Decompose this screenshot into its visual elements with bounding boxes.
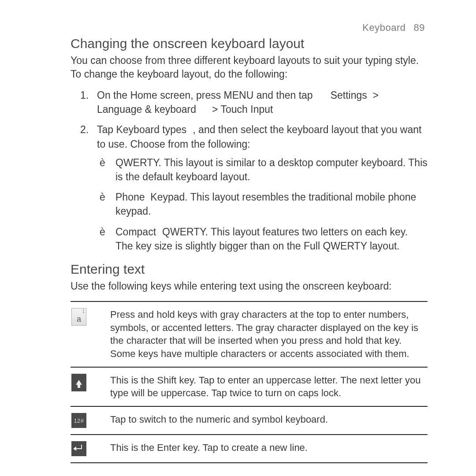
table-row: This is the Shift key. Tap to enter an u… (71, 368, 428, 407)
manual-page: Keyboard89 Changing the onscreen keyboar… (0, 0, 476, 463)
chevron: > (373, 89, 379, 101)
section-title-changing-layout: Changing the onscreen keyboard layout (71, 36, 428, 51)
step-number: 1. (80, 88, 89, 102)
option-name-a: Compact (115, 226, 156, 238)
section-title-entering-text: Entering text (71, 262, 428, 277)
table-row: 12# Tap to switch to the numeric and sym… (71, 407, 428, 435)
option-compact-qwerty: è CompactQWERTY. This layout features tw… (97, 225, 428, 253)
step-number: 2. (80, 123, 89, 137)
step-text: On the Home screen, press MENU and then … (97, 89, 313, 101)
header-page-number: 89 (414, 22, 425, 33)
key-icon-cell: 1 a (71, 308, 110, 326)
table-row: This is the Enter key. Tap to create a n… (71, 435, 428, 463)
settings-label: Settings (331, 89, 367, 101)
step-2: 2. Tap Keyboard types, and then select t… (71, 123, 428, 253)
key-icon-cell (71, 374, 110, 391)
key-description: This is the Shift key. Tap to enter an u… (110, 374, 428, 400)
intro-paragraph-2: Use the following keys while entering te… (71, 279, 428, 293)
key-icon-cell: 12# (71, 413, 110, 428)
header-section: Keyboard (362, 22, 405, 33)
step-text-a: Tap (97, 124, 113, 135)
icon-label: 12# (74, 417, 84, 424)
key-description: This is the Enter key. Tap to create a n… (110, 441, 428, 454)
option-qwerty: è QWERTY. This layout is similar to a de… (97, 156, 428, 184)
bullet-icon: è (100, 225, 105, 239)
option-name-b: QWERTY (162, 226, 205, 238)
touch-input-label: Touch Input (221, 104, 273, 115)
steps-list: 1. On the Home screen, press MENU and th… (71, 88, 428, 253)
chevron: > (212, 104, 218, 115)
shift-key-icon (71, 374, 86, 391)
table-row: 1 a Press and hold keys with gray charac… (71, 302, 428, 368)
option-name: QWERTY (115, 157, 159, 168)
key-reference-table: 1 a Press and hold keys with gray charac… (71, 301, 428, 463)
numeric-symbol-key-icon: 12# (71, 413, 86, 428)
language-keyboard-label: Language & keyboard (97, 104, 196, 115)
key-description: Tap to switch to the numeric and symbol … (110, 413, 428, 426)
icon-main-char: a (72, 315, 86, 324)
enter-arrow-icon (76, 448, 82, 449)
intro-paragraph-1: You can choose from three different keyb… (71, 54, 428, 81)
step-1: 1. On the Home screen, press MENU and th… (71, 88, 428, 116)
keyboard-types-label: Keyboard types (116, 124, 186, 135)
icon-secondary-char: 1 (82, 309, 85, 314)
option-desc: . This layout is similar to a desktop co… (115, 157, 428, 182)
key-description: Press and hold keys with gray characters… (110, 308, 428, 361)
arrow-up-icon (76, 380, 82, 385)
option-name-b: Keypad (150, 191, 185, 203)
key-icon-cell (71, 441, 110, 456)
enter-key-icon (71, 441, 86, 456)
option-desc: . This layout features two letters on ea… (115, 226, 408, 252)
option-name-a: Phone (115, 191, 145, 203)
bullet-icon: è (100, 156, 105, 170)
running-header: Keyboard89 (71, 22, 428, 33)
option-phone-keypad: è Phone Keypad. This layout resembles th… (97, 190, 428, 218)
layout-options-list: è QWERTY. This layout is similar to a de… (97, 156, 428, 253)
key-hold-icon: 1 a (71, 308, 86, 326)
bullet-icon: è (100, 190, 105, 204)
